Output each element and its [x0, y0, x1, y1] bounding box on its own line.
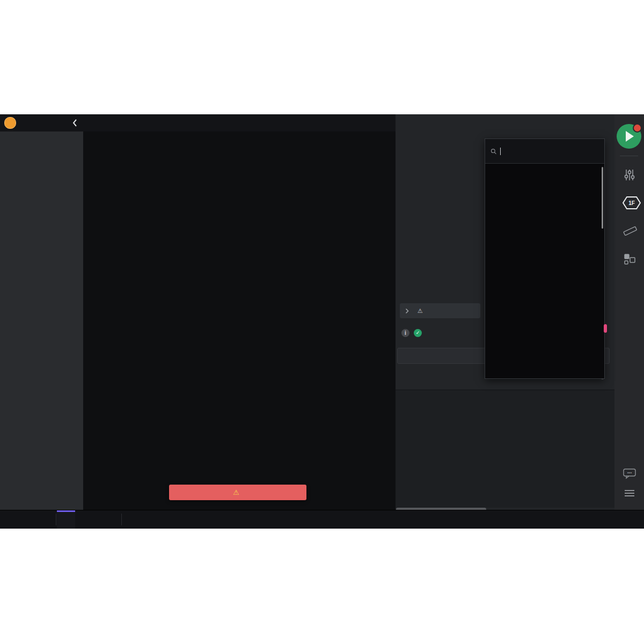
frame-1f-hexagon-icon: 1F: [622, 196, 641, 210]
analyzer-picker-dropdown: [485, 138, 605, 379]
warning-triangle-icon: ⚠: [233, 488, 239, 496]
info-icon[interactable]: i: [401, 329, 409, 337]
annotations-button[interactable]: •••: [622, 467, 637, 481]
toolbar-divider: [620, 156, 638, 156]
svg-text:•••: •••: [627, 470, 632, 475]
waveform-canvas[interactable]: ⚠: [83, 131, 396, 510]
tab-session-0[interactable]: [0, 510, 18, 529]
simulated-data-toast: ⚠: [169, 485, 306, 500]
text-cursor: [500, 148, 501, 155]
channel-sidebar: [0, 131, 83, 510]
session-tab-bar: [0, 510, 644, 529]
page: { "window": { "badge": "DEMO - Logic Pro…: [0, 0, 644, 644]
tune-sliders-icon: [623, 168, 636, 182]
scroll-position-marker: [604, 324, 607, 333]
trigger-view-row[interactable]: ⚠: [400, 303, 480, 318]
timeline-ruler[interactable]: [0, 114, 396, 131]
tab-divider: [121, 514, 122, 525]
collapse-sidebar-button[interactable]: [72, 119, 77, 129]
data-section-header: i ✓: [397, 329, 422, 337]
measure-ruler-icon: [622, 224, 638, 237]
search-icon: [491, 148, 496, 155]
data-table: [396, 372, 614, 508]
measure-button[interactable]: [622, 224, 637, 239]
demo-badge[interactable]: [4, 117, 16, 129]
frame-view-button[interactable]: 1F: [622, 196, 637, 212]
side-toolbar: 1F •••: [614, 114, 644, 510]
check-badge-icon: ✓: [414, 329, 422, 337]
chevron-right-icon: [405, 308, 409, 314]
layout-button[interactable]: [622, 253, 637, 268]
dropdown-filter-input[interactable]: [504, 147, 599, 155]
logic-analyzer-app: ⚠ ⚠ i ✓: [0, 114, 644, 529]
menu-lines-icon: [623, 488, 636, 498]
notification-dot: [633, 123, 642, 133]
tab-analyzer-fest[interactable]: [57, 510, 75, 529]
main-menu-button[interactable]: [622, 488, 637, 500]
chevron-left-icon: [72, 119, 77, 127]
dropdown-scrollbar[interactable]: [602, 167, 603, 229]
waveform-svg: [83, 131, 396, 510]
play-icon: [626, 131, 634, 142]
layout-grid-icon: [623, 253, 636, 266]
chat-bubble-icon: •••: [623, 467, 636, 479]
trigger-warning-icon: ⚠: [418, 308, 423, 314]
dropdown-filter-row[interactable]: [485, 139, 604, 164]
capture-settings-button[interactable]: [622, 168, 637, 184]
run-capture-button[interactable]: [617, 124, 641, 149]
svg-text:1F: 1F: [628, 200, 635, 206]
tab-divider: [56, 514, 56, 525]
